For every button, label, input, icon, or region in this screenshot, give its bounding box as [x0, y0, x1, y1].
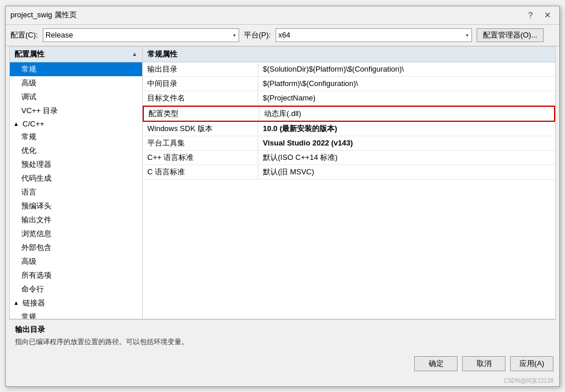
- prop-value-toolset: Visual Studio 2022 (v143): [258, 137, 555, 149]
- sidebar-item-cpp-lang[interactable]: 语言: [10, 185, 142, 199]
- prop-value-int-dir: $(Platform)\$(Configuration)\: [258, 77, 555, 89]
- prop-name-target-name: 目标文件名: [143, 91, 258, 105]
- description-title: 输出目录: [15, 324, 550, 335]
- sidebar-item-linker-general[interactable]: 常规: [10, 310, 142, 319]
- right-panel: 常规属性 输出目录 $(SolutionDir)$(Platform)\$(Co…: [143, 47, 555, 319]
- sidebar-item-cpp[interactable]: ▲C/C++: [10, 118, 142, 130]
- table-row[interactable]: C++ 语言标准 默认(ISO C++14 标准): [143, 151, 555, 165]
- table-row[interactable]: 输出目录 $(SolutionDir)$(Platform)\$(Configu…: [143, 62, 555, 77]
- sidebar-item-cpp-code[interactable]: 代码生成: [10, 171, 142, 185]
- sidebar-item-cpp-browse[interactable]: 浏览信息: [10, 227, 142, 241]
- sidebar-item-cpp-adv[interactable]: 高级: [10, 255, 142, 268]
- linker-toggle-icon: ▲: [13, 300, 20, 306]
- table-row-config-type[interactable]: 配置类型 动态库(.dll): [143, 106, 555, 122]
- watermark: CSDN@阿莫12138: [6, 376, 559, 386]
- left-panel-header: 配置属性 ▲: [10, 47, 142, 62]
- sidebar-item-cpp-all[interactable]: 所有选项: [10, 268, 142, 282]
- platform-select-wrapper[interactable]: x64: [276, 28, 472, 42]
- property-table: 输出目录 $(SolutionDir)$(Platform)\$(Configu…: [143, 62, 555, 319]
- prop-value-c-std: 默认(旧 MSVC): [258, 165, 555, 179]
- platform-label: 平台(P):: [244, 30, 271, 40]
- prop-value-cpp-std: 默认(ISO C++14 标准): [258, 151, 555, 165]
- config-select-wrapper[interactable]: Release: [43, 28, 239, 42]
- cpp-toggle-icon: ▲: [13, 121, 20, 127]
- sidebar-item-cpp-general[interactable]: 常规: [10, 130, 142, 144]
- sidebar-item-cpp-opt[interactable]: 优化: [10, 144, 142, 158]
- sidebar-item-cpp-cmd[interactable]: 命令行: [10, 282, 142, 296]
- config-select[interactable]: Release: [43, 28, 239, 42]
- sidebar-item-cpp-ext[interactable]: 外部包含: [10, 241, 142, 255]
- scroll-up-icon: ▲: [132, 51, 137, 57]
- prop-value-sdk: 10.0 (最新安装的版本): [258, 122, 555, 136]
- sidebar-item-linker[interactable]: ▲链接器: [10, 296, 142, 310]
- prop-name-toolset: 平台工具集: [143, 136, 258, 150]
- right-panel-header: 常规属性: [143, 47, 555, 62]
- left-panel-title: 配置属性: [14, 49, 44, 59]
- sidebar-item-cpp-out[interactable]: 输出文件: [10, 213, 142, 227]
- sidebar-item-debug[interactable]: 调试: [10, 90, 142, 104]
- prop-name-int-dir: 中间目录: [143, 77, 258, 91]
- prop-value-output-dir: $(SolutionDir)$(Platform)\$(Configuratio…: [258, 63, 555, 75]
- config-manager-button[interactable]: 配置管理器(O)...: [477, 28, 544, 42]
- title-bar: project_swig 属性页 ? ✕: [6, 6, 559, 25]
- footer: 确定 取消 应用(A): [6, 352, 559, 376]
- description-panel: 输出目录 指向已编译程序的放置位置的路径。可以包括环境变量。: [9, 319, 556, 352]
- prop-value-target-name: $(ProjectName): [258, 92, 555, 104]
- table-row[interactable]: Windows SDK 版本 10.0 (最新安装的版本): [143, 122, 555, 136]
- sidebar-item-advanced[interactable]: 高级: [10, 76, 142, 90]
- table-row[interactable]: 中间目录 $(Platform)\$(Configuration)\: [143, 77, 555, 91]
- prop-name-sdk: Windows SDK 版本: [143, 122, 258, 136]
- table-row[interactable]: 平台工具集 Visual Studio 2022 (v143): [143, 136, 555, 151]
- table-row[interactable]: C 语言标准 默认(旧 MSVC): [143, 165, 555, 180]
- prop-name-config-type: 配置类型: [144, 107, 259, 121]
- apply-button[interactable]: 应用(A): [510, 356, 553, 371]
- prop-value-config-type: 动态库(.dll): [259, 107, 554, 121]
- left-panel: 配置属性 ▲ 常规 高级 调试 VC++ 目录 ▲C/C++ 常规 优化 预处理…: [10, 47, 143, 319]
- cancel-button[interactable]: 取消: [462, 356, 505, 371]
- dialog: project_swig 属性页 ? ✕ 配置(C): Release 平台(P…: [5, 6, 560, 387]
- platform-select[interactable]: x64: [276, 28, 472, 42]
- sidebar-item-general[interactable]: 常规: [10, 62, 142, 76]
- dialog-title: project_swig 属性页: [10, 10, 77, 20]
- prop-name-c-std: C 语言标准: [143, 165, 258, 179]
- sidebar-item-cpp-pre[interactable]: 预处理器: [10, 158, 142, 171]
- prop-name-cpp-std: C++ 语言标准: [143, 151, 258, 165]
- toolbar: 配置(C): Release 平台(P): x64 配置管理器(O)...: [6, 25, 559, 46]
- prop-name-output-dir: 输出目录: [143, 62, 258, 76]
- sidebar-item-cpp-pch[interactable]: 预编译头: [10, 199, 142, 213]
- close-button[interactable]: ✕: [541, 9, 555, 21]
- main-content: 配置属性 ▲ 常规 高级 调试 VC++ 目录 ▲C/C++ 常规 优化 预处理…: [9, 46, 556, 319]
- title-bar-buttons: ? ✕: [525, 9, 555, 21]
- description-text: 指向已编译程序的放置位置的路径。可以包括环境变量。: [15, 337, 550, 347]
- help-button[interactable]: ?: [525, 9, 536, 21]
- config-label: 配置(C):: [10, 30, 38, 40]
- sidebar-item-vcpp[interactable]: VC++ 目录: [10, 104, 142, 118]
- ok-button[interactable]: 确定: [414, 356, 458, 371]
- table-row[interactable]: 目标文件名 $(ProjectName): [143, 91, 555, 106]
